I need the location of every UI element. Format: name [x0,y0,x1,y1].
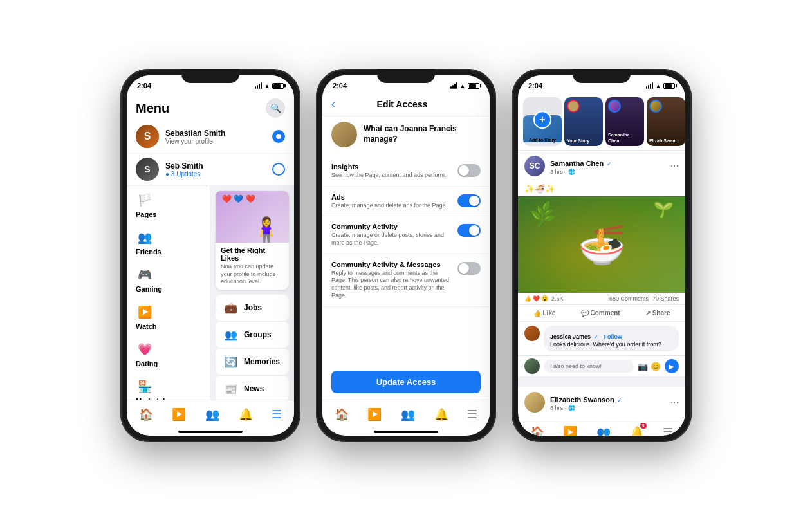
menu-item-gaming[interactable]: 🎮 Gaming [127,261,210,298]
menu-label-pages: Pages [136,210,156,218]
share-count[interactable]: 70 Shares [652,295,679,302]
toggle-community[interactable] [457,224,481,237]
next-post-author: Elizabeth Swanson [550,396,614,404]
like-label: Like [543,310,556,317]
back-button[interactable]: ‹ [331,97,335,111]
comment-count[interactable]: 680 Comments [609,295,649,302]
avatar-sebastian: S [136,125,159,148]
permission-ads-desc: Create, manage and delete ads for the Pa… [331,202,452,210]
menu-label-gaming: Gaming [136,285,162,293]
post-avatar: SC [524,156,545,176]
add-story-plus: + [533,111,551,129]
status-icons-1: ▲ [255,82,284,89]
wifi-icon-2: ▲ [459,82,466,89]
permission-community-desc: Create, manage or delete posts, stories … [331,232,452,246]
nav-menu-3[interactable]: ☰ [663,425,673,436]
next-post-author-row: Elizabeth Swanson ✓ [550,393,665,405]
edit-user-avatar [331,122,357,147]
reaction-wow-icon: 😮 [541,295,548,302]
edit-user-question: What can Joanna Francis manage? [364,124,481,144]
bottom-nav-1: 🏠 ▶️ 👥 🔔 ☰ [127,400,294,428]
toggle-insights[interactable] [457,164,481,177]
nav-bell-1[interactable]: 🔔 [239,407,253,422]
permission-ads: Ads Create, manage and delete ads for th… [322,187,490,217]
input-avatar [524,358,540,374]
share-button[interactable]: ↗ Share [640,306,676,320]
toggle-community-messages[interactable] [457,262,481,275]
notch-1 [181,69,239,83]
next-verified-icon: ✓ [617,397,622,404]
status-icons-2: ▲ [450,82,479,89]
side-menu-label-groups: Groups [244,330,272,339]
like-button[interactable]: 👍 Like [528,306,561,320]
comment-input[interactable]: I also need to know! [544,360,634,373]
nav-home-3[interactable]: 🏠 [530,425,544,436]
side-menu-groups[interactable]: 👥 Groups [216,322,289,348]
phone-1: 2:04 ▲ Menu 🔍 S [120,69,300,442]
like-icon: 👍 [533,310,541,317]
comment-button[interactable]: 💬 Comment [576,306,625,320]
story-label-1: Your Story [567,138,600,144]
follow-button[interactable]: Follow [604,333,622,340]
nav-watch-3[interactable]: ▶️ [563,425,577,436]
nav-menu-2[interactable]: ☰ [467,407,477,422]
home-bar-1 [178,431,243,433]
home-bar-2 [374,431,438,433]
side-menu-memories[interactable]: 🔄 Memories [216,349,289,375]
nav-menu-1[interactable]: ☰ [272,407,282,422]
menu-item-pages[interactable]: 🏳️ Pages [127,186,210,223]
jessica-verified: ✓ [594,334,598,340]
radio-selected-1[interactable] [272,130,285,143]
nav-watch-1[interactable]: ▶️ [172,407,186,422]
camera-icon[interactable]: 📷 [638,362,648,371]
toggle-ads[interactable] [457,194,481,207]
profile-row-2[interactable]: S Seb Smith ● 3 Updates [127,153,294,186]
share-label: Share [652,310,670,317]
search-button[interactable]: 🔍 [266,98,285,118]
story-add-to[interactable]: + Add to Story [523,97,562,146]
story-samantha[interactable]: Samantha Chen [605,97,644,146]
nav-bell-3[interactable]: 🔔 3 [630,425,644,436]
verified-icon: ✓ [607,161,612,167]
side-menu-label-memories: Memories [244,357,280,366]
emoji-icon[interactable]: 😊 [651,362,661,371]
promo-card[interactable]: ❤️ 💙 ❤️ 🧍‍♀️ Get the Right Likes Now you… [216,191,289,290]
menu-item-watch[interactable]: ▶️ Watch [127,298,210,335]
nav-bell-2[interactable]: 🔔 [434,407,448,422]
radio-unselected-2[interactable] [272,163,285,176]
side-menu-news[interactable]: 📰 News [216,376,289,400]
permissions-list: Insights See how the Page, content and a… [322,154,490,364]
send-button[interactable]: ▶ [665,359,679,373]
post-card: SC Samantha Chen ✓ 3 hrs · 🌐 ··· ✨🍜✨ 🍜 [518,151,685,382]
update-access-button[interactable]: Update Access [331,371,481,393]
side-menu-jobs[interactable]: 💼 Jobs [216,295,289,321]
menu-item-friends[interactable]: 👥 Friends [127,223,210,261]
phone-2: 2:04 ▲ ‹ Edit Access [316,69,496,442]
next-post-more[interactable]: ··· [670,396,679,408]
input-icons: 📷 😊 [638,362,661,371]
nav-home-1[interactable]: 🏠 [139,407,153,422]
story-your[interactable]: Your Story [564,97,603,146]
next-post-avatar [524,392,545,413]
nav-groups-1[interactable]: 👥 [205,407,219,422]
nav-groups-2[interactable]: 👥 [401,407,415,422]
post-header: SC Samantha Chen ✓ 3 hrs · 🌐 ··· [518,151,685,181]
menu-item-marketplace[interactable]: 🏪 Marketplace [127,373,210,400]
profile-name-1: Sebastian Smith [165,129,266,138]
profile-text-2: Seb Smith ● 3 Updates [165,162,266,178]
stories-bar: + Add to Story Your Story Samantha Chen … [518,93,685,151]
battery-icon-1 [272,83,284,89]
permission-insights-desc: See how the Page, content and ads perfor… [331,172,452,180]
post-meta: Samantha Chen ✓ 3 hrs · 🌐 [550,157,665,175]
nav-groups-3[interactable]: 👥 [596,425,611,436]
comment-author-jessica: Jessica James [550,333,591,340]
menu-left: 🏳️ Pages 👥 Friends 🎮 Gaming ▶️ Watch [127,186,210,400]
profile-row-1[interactable]: S Sebastian Smith View your profile [127,120,294,153]
nav-watch-2[interactable]: ▶️ [367,407,382,422]
menu-item-dating[interactable]: 💗 Dating [127,335,210,373]
reaction-love-icon: ❤️ [533,295,540,302]
nav-home-2[interactable]: 🏠 [335,407,349,422]
comment-author-row: Jessica James ✓ · Follow [550,330,672,341]
story-elizabeth[interactable]: Elizab Swan... [647,97,685,146]
post-more-button[interactable]: ··· [670,160,679,172]
